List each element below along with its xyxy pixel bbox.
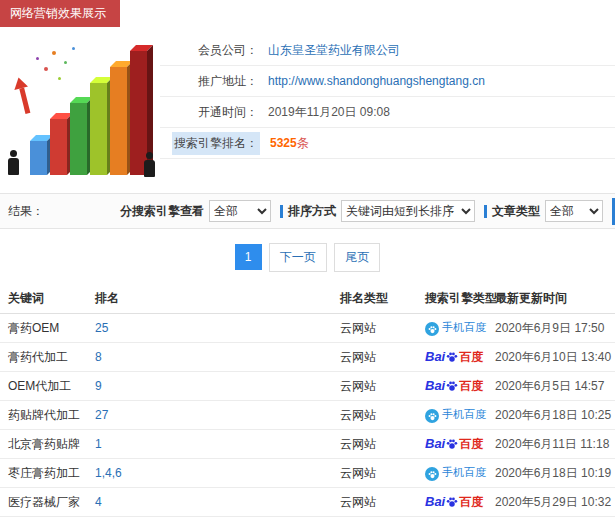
baidu-latin-text: Bai bbox=[425, 494, 445, 509]
bar-chart-illustration bbox=[0, 33, 160, 189]
chart-bar bbox=[50, 119, 67, 175]
field-row-url: 推广地址： http://www.shandonghuangshengtang.… bbox=[160, 66, 615, 97]
table-row: 北京膏药贴牌 1 云网站 Bai百度 2020年6月11日 11:18 bbox=[0, 430, 615, 459]
baidu-logo: Bai百度 bbox=[425, 379, 483, 393]
engine-cell: 手机百度 bbox=[425, 465, 495, 482]
rank-cell[interactable]: 8 bbox=[95, 350, 340, 364]
baidu-latin-text: Bai bbox=[425, 378, 445, 393]
chart-bar bbox=[90, 83, 107, 175]
keyword-cell: 膏药代加工 bbox=[8, 349, 95, 366]
mobile-baidu-icon bbox=[425, 409, 439, 423]
engine-cell: Bai百度 bbox=[425, 349, 495, 366]
header-rank-type: 排名类型 bbox=[340, 290, 425, 307]
sort-filter-select[interactable]: 关键词由短到长排序 bbox=[341, 200, 475, 222]
sort-filter-label: 排序方式 bbox=[288, 203, 336, 220]
header-rank: 排名 bbox=[95, 290, 340, 307]
table-row: OEM代加工 9 云网站 Bai百度 2020年6月5日 14:57 bbox=[0, 372, 615, 401]
rank-cell[interactable]: 1,4,6 bbox=[95, 466, 340, 480]
field-row-open-time: 开通时间： 2019年11月20日 09:08 bbox=[160, 97, 615, 128]
mobile-baidu-logo: 手机百度 bbox=[425, 320, 486, 334]
baidu-paw-icon bbox=[428, 325, 437, 334]
table-body: 膏药OEM 25 云网站 手机百度 2020年6月9日 17:50 膏药代加工 … bbox=[0, 314, 615, 520]
updated-cell: 2020年6月9日 17:50 bbox=[495, 320, 615, 337]
engine-cell: 手机百度 bbox=[425, 320, 495, 337]
filter-controls: 分搜索引擎查看 全部 排序方式 关键词由短到长排序 文章类型 全部 提交 bbox=[120, 198, 615, 225]
keyword-cell: 医疗器械厂家 bbox=[8, 494, 95, 511]
page-last-button[interactable]: 尾页 bbox=[334, 243, 380, 272]
mobile-baidu-icon bbox=[425, 322, 439, 336]
header-keyword: 关键词 bbox=[8, 290, 95, 307]
keyword-cell: OEM代加工 bbox=[8, 378, 95, 395]
baidu-latin-text: Bai bbox=[425, 436, 445, 451]
blue-divider-bar bbox=[280, 205, 283, 218]
pagination: 1 下一页 尾页 bbox=[0, 229, 615, 284]
updated-cell: 2020年6月18日 10:25 bbox=[495, 407, 615, 424]
result-label: 结果： bbox=[8, 203, 44, 220]
baidu-cn-text: 百度 bbox=[459, 437, 483, 451]
rank-cell[interactable]: 25 bbox=[95, 321, 340, 335]
baidu-paw-icon bbox=[446, 496, 458, 508]
engine-filter-select[interactable]: 全部 bbox=[209, 200, 271, 222]
baidu-cn-text: 百度 bbox=[459, 495, 483, 509]
rank-type-cell: 云网站 bbox=[340, 436, 425, 453]
open-time-label: 开通时间： bbox=[160, 104, 258, 121]
open-time-value: 2019年11月20日 09:08 bbox=[268, 104, 390, 121]
rank-cell[interactable]: 27 bbox=[95, 408, 340, 422]
keyword-cell: 枣庄膏药加工 bbox=[8, 465, 95, 482]
baidu-paw-icon bbox=[446, 351, 458, 363]
company-link[interactable]: 山东皇圣堂药业有限公司 bbox=[268, 42, 400, 59]
rank-count-label: 搜索引擎排名： bbox=[172, 132, 260, 155]
chart-bars bbox=[30, 51, 147, 175]
rank-cell[interactable]: 9 bbox=[95, 379, 340, 393]
engine-cell: Bai百度 bbox=[425, 494, 495, 511]
page-title: 网络营销效果展示 bbox=[0, 0, 120, 27]
rank-type-cell: 云网站 bbox=[340, 320, 425, 337]
baidu-cn-text: 百度 bbox=[459, 379, 483, 393]
person-figure bbox=[142, 152, 156, 177]
baidu-cn-text: 百度 bbox=[459, 350, 483, 364]
engine-cell: Bai百度 bbox=[425, 436, 495, 453]
rank-type-cell: 云网站 bbox=[340, 349, 425, 366]
baidu-paw-icon bbox=[446, 438, 458, 450]
table-row: 医疗器械厂家 4 云网站 Bai百度 2020年5月29日 10:32 bbox=[0, 488, 615, 517]
baidu-paw-icon bbox=[428, 412, 437, 421]
promo-url-link[interactable]: http://www.shandonghuangshengtang.cn bbox=[268, 74, 485, 88]
engine-cell: 手机百度 bbox=[425, 407, 495, 424]
table-row: 膏药OEM 25 云网站 手机百度 2020年6月9日 17:50 bbox=[0, 314, 615, 343]
engine-cell: Bai百度 bbox=[425, 378, 495, 395]
page-current[interactable]: 1 bbox=[235, 244, 262, 270]
mobile-baidu-icon bbox=[425, 467, 439, 481]
engine-filter-label: 分搜索引擎查看 bbox=[120, 203, 204, 220]
rank-type-cell: 云网站 bbox=[340, 378, 425, 395]
chart-bar bbox=[110, 67, 127, 175]
table-header-row: 关键词 排名 排名类型 搜索引擎类型 最新更新时间 bbox=[0, 284, 615, 314]
mobile-baidu-label: 手机百度 bbox=[442, 321, 486, 333]
rank-cell[interactable]: 1 bbox=[95, 437, 340, 451]
baidu-logo: Bai百度 bbox=[425, 495, 483, 509]
filter-bar: 结果： 分搜索引擎查看 全部 排序方式 关键词由短到长排序 文章类型 全部 提交 bbox=[0, 193, 615, 229]
promo-url-label: 推广地址： bbox=[160, 73, 258, 90]
article-filter-label: 文章类型 bbox=[492, 203, 540, 220]
field-row-rank-count: 搜索引擎排名： 5325条 bbox=[160, 128, 615, 159]
mobile-baidu-logo: 手机百度 bbox=[425, 465, 486, 479]
mobile-baidu-logo: 手机百度 bbox=[425, 407, 486, 421]
company-label: 会员公司： bbox=[160, 42, 258, 59]
rank-type-cell: 云网站 bbox=[340, 465, 425, 482]
page-next-button[interactable]: 下一页 bbox=[269, 243, 327, 272]
baidu-latin-text: Bai bbox=[425, 349, 445, 364]
info-fields: 会员公司： 山东皇圣堂药业有限公司 推广地址： http://www.shand… bbox=[160, 33, 615, 189]
updated-cell: 2020年6月11日 11:18 bbox=[495, 436, 615, 453]
rank-count-value: 5325条 bbox=[270, 135, 309, 152]
baidu-paw-icon bbox=[446, 380, 458, 392]
info-section: 会员公司： 山东皇圣堂药业有限公司 推广地址： http://www.shand… bbox=[0, 27, 615, 189]
person-figure bbox=[6, 150, 20, 175]
baidu-logo: Bai百度 bbox=[425, 437, 483, 451]
chart-bar bbox=[70, 103, 87, 175]
blue-divider-bar bbox=[484, 205, 487, 218]
rank-cell[interactable]: 4 bbox=[95, 495, 340, 509]
updated-cell: 2020年6月5日 14:57 bbox=[495, 378, 615, 395]
keyword-cell: 北京膏药贴牌 bbox=[8, 436, 95, 453]
rank-type-cell: 云网站 bbox=[340, 407, 425, 424]
article-filter-select[interactable]: 全部 bbox=[545, 200, 603, 222]
table-row: 膏药代加工 8 云网站 Bai百度 2020年6月10日 13:40 bbox=[0, 343, 615, 372]
